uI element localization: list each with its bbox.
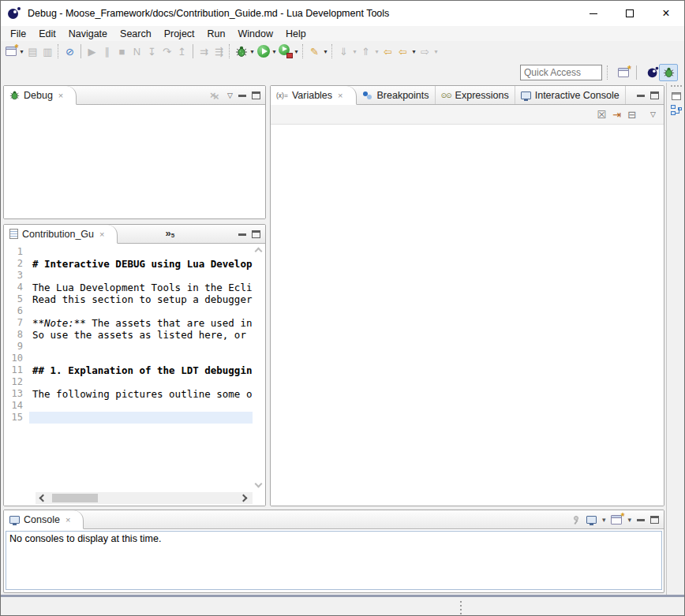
back-dropdown[interactable]: ▾ [410, 43, 417, 59]
scroll-up-icon[interactable] [255, 248, 263, 256]
new-wizard-button[interactable]: * [3, 43, 18, 59]
editor-line-current[interactable]: 15 [4, 412, 253, 424]
editor-line[interactable]: 13The following pictures outline some o [4, 388, 253, 400]
tab-expressions[interactable]: ⊙⊙ Expressions [436, 86, 515, 104]
debug-perspective-button[interactable] [659, 64, 678, 81]
menu-run[interactable]: Run [201, 27, 232, 41]
variables-view-body[interactable] [271, 125, 664, 506]
debug-tab-bug-icon [9, 90, 20, 100]
hidden-editors-chevron[interactable]: »5 [165, 225, 174, 243]
debug-view-body[interactable] [4, 105, 265, 218]
view-menu-button[interactable]: ▽ [650, 110, 656, 118]
maximize-view-button[interactable] [650, 516, 659, 524]
console-body[interactable]: No consoles to display at this time. [6, 531, 662, 590]
menu-search[interactable]: Search [114, 27, 158, 41]
maximize-view-button[interactable] [650, 91, 659, 99]
editor-body[interactable]: 1 2# Interactive DEBUG using Lua Develop… [4, 244, 265, 506]
minimize-view-button[interactable] [637, 519, 645, 521]
outline-view-button[interactable] [671, 105, 683, 116]
open-perspective-button[interactable]: * [614, 64, 633, 81]
menu-bar: File Edit Navigate Search Project Run Wi… [1, 26, 684, 41]
display-console-dropdown[interactable]: ▾ [602, 516, 606, 524]
minimize-view-button[interactable] [637, 95, 645, 97]
debug-button[interactable] [234, 43, 249, 59]
minimize-window-button[interactable] [575, 1, 612, 26]
breakpoints-icon [362, 91, 373, 100]
editor-line[interactable]: 3 [4, 270, 253, 282]
editor-line[interactable]: 4The Lua Development Tools in the Ecli [4, 282, 253, 293]
menu-help[interactable]: Help [279, 27, 313, 41]
editor-line[interactable]: 2# Interactive DEBUG using Lua Develop [4, 258, 253, 270]
mark-occurrences-dropdown[interactable]: ▾ [322, 43, 329, 59]
editor-line[interactable]: 14 [4, 400, 253, 412]
show-logical-structures-button[interactable]: ⇥ [612, 109, 621, 121]
maximize-window-button[interactable] [612, 1, 648, 26]
tab-debug[interactable]: Debug × [4, 86, 77, 105]
tab-breakpoints[interactable]: Breakpoints [357, 86, 436, 104]
menu-file[interactable]: File [4, 27, 32, 41]
minimize-view-button[interactable] [238, 95, 246, 97]
run-button[interactable] [256, 43, 271, 59]
editor-vertical-scrollbar[interactable] [253, 244, 265, 491]
menu-project[interactable]: Project [158, 27, 201, 41]
tab-close-icon[interactable]: × [338, 91, 342, 100]
menu-edit[interactable]: Edit [32, 27, 62, 41]
scroll-down-icon[interactable] [255, 480, 263, 488]
line-number: 3 [4, 270, 29, 282]
tab-interactive-console[interactable]: Interactive Console [515, 86, 626, 104]
horizontal-scroll-thumb[interactable] [52, 494, 98, 502]
tab-close-icon[interactable]: × [58, 91, 63, 100]
tab-close-icon[interactable]: × [66, 515, 70, 525]
collapse-all-button[interactable]: ⊟ [627, 109, 636, 121]
line-number: 4 [4, 282, 29, 293]
quick-access-input[interactable] [520, 65, 602, 80]
view-menu-button[interactable]: ▽ [227, 91, 233, 99]
editor-line[interactable]: 7**Note:** The assets that are used in [4, 317, 253, 329]
skip-all-breakpoints-button[interactable]: ⊘ [62, 43, 77, 59]
lua-perspective-button[interactable] [640, 64, 659, 81]
editor-line[interactable]: 1 [4, 246, 253, 258]
new-wizard-dropdown[interactable]: ▾ [18, 43, 25, 59]
maximize-view-button[interactable] [252, 230, 260, 238]
tab-editor-contribution-guide[interactable]: Contribution_Gu × [4, 225, 118, 244]
statusbar-grip-icon[interactable] [460, 601, 462, 603]
open-console-button[interactable]: * [611, 515, 622, 525]
mark-occurrences-button[interactable]: ✎ [307, 43, 322, 59]
show-type-names-button[interactable]: ☒ [597, 109, 607, 121]
open-console-dropdown[interactable]: ▾ [627, 516, 631, 524]
external-tools-icon [279, 44, 293, 58]
editor-line[interactable]: 12 [4, 376, 253, 388]
previous-annotation-button: ⇑ [358, 43, 373, 59]
maximize-view-button[interactable] [252, 91, 260, 99]
run-external-tools-button[interactable] [278, 43, 293, 59]
line-number: 11 [4, 364, 29, 376]
display-selected-console-button[interactable] [586, 516, 597, 524]
tab-console[interactable]: Console × [4, 510, 84, 529]
back-button[interactable]: ⇦ [395, 43, 410, 59]
editor-text-area[interactable]: 1 2# Interactive DEBUG using Lua Develop… [4, 246, 253, 491]
editor-line[interactable]: 10 [4, 353, 253, 364]
editor-line[interactable]: 8So use the assets as listed here, or [4, 329, 253, 341]
scroll-right-icon[interactable] [240, 495, 248, 502]
tab-close-icon[interactable]: × [99, 230, 104, 239]
restore-view-button[interactable] [671, 92, 683, 100]
scroll-left-icon[interactable] [39, 495, 47, 502]
editor-line[interactable]: 6 [4, 305, 253, 317]
external-tools-dropdown[interactable]: ▾ [293, 43, 300, 59]
rail-drag-grip[interactable] [671, 85, 682, 88]
editor-horizontal-scrollbar[interactable] [36, 492, 253, 504]
editor-line[interactable]: 5Read this section to setup a debugger [4, 293, 253, 305]
run-icon [257, 45, 270, 58]
close-window-button[interactable]: × [648, 1, 684, 26]
editor-line[interactable]: 9 [4, 341, 253, 353]
tab-variables[interactable]: (x)= Variables × [271, 86, 357, 105]
menu-window[interactable]: Window [232, 27, 279, 41]
editor-line[interactable]: 11## 1. Explanation of the LDT debuggin [4, 364, 253, 376]
debug-view-tabbar: Debug × ×× ▽ [4, 86, 265, 105]
title-bar[interactable]: Debug - Moose_Framework/docs/Contributio… [1, 1, 684, 26]
debug-dropdown[interactable]: ▾ [249, 43, 256, 59]
menu-navigate[interactable]: Navigate [62, 27, 114, 41]
last-edit-location-button[interactable]: ⇦ [380, 43, 395, 59]
minimize-view-button[interactable] [238, 233, 246, 236]
run-dropdown[interactable]: ▾ [271, 43, 278, 59]
